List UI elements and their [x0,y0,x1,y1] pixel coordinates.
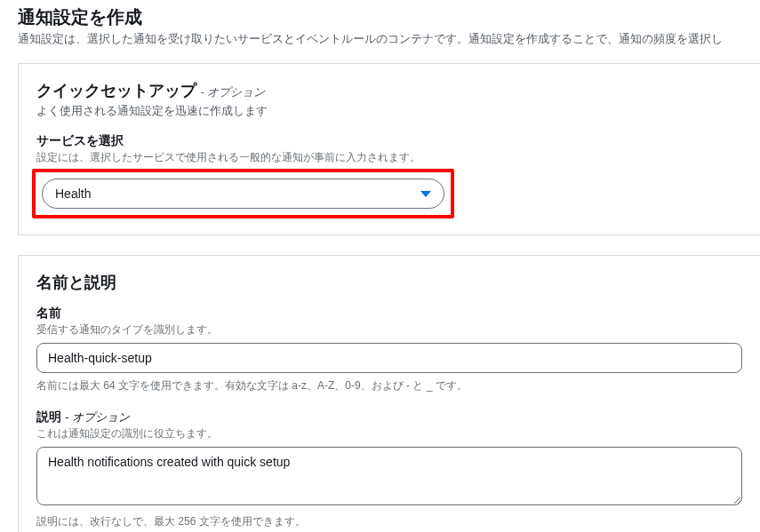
name-desc-heading: 名前と説明 [36,274,116,291]
page-description: 通知設定は、選択した通知を受け取りたいサービスとイベントルールのコンテナです。通… [18,31,760,47]
chevron-down-icon [420,191,431,197]
description-hint: これは通知設定の識別に役立ちます。 [36,426,742,441]
quick-setup-heading: クイックセットアップ [36,82,196,99]
description-constraint: 説明には、改行なしで、最大 256 文字を使用できます。 [36,514,742,529]
quick-setup-sub: よく使用される通知設定を迅速に作成します [36,103,742,119]
description-label: 説明 [36,409,61,424]
name-label: 名前 [36,306,742,322]
page-title: 通知設定を作成 [18,5,760,29]
service-select-label: サービスを選択 [36,133,742,149]
name-hint: 受信する通知のタイプを識別します。 [36,322,742,337]
quick-setup-panel: クイックセットアップ - オプション よく使用される通知設定を迅速に作成します … [18,63,760,235]
description-optional: - オプション [65,410,130,424]
service-select-value: Health [55,187,420,201]
quick-setup-optional: - オプション [200,85,265,99]
service-select-hint: 設定には、選択したサービスで使用される一般的な通知が事前に入力されます。 [36,150,742,165]
name-input[interactable] [36,343,742,373]
name-constraint: 名前には最大 64 文字を使用できます。有効な文字は a-z、A-Z、0-9、お… [36,378,742,393]
service-select[interactable]: Health [42,179,444,209]
description-textarea[interactable] [36,447,742,505]
name-description-panel: 名前と説明 名前 受信する通知のタイプを識別します。 名前には最大 64 文字を… [18,255,760,532]
highlight-annotation: Health [32,169,454,218]
